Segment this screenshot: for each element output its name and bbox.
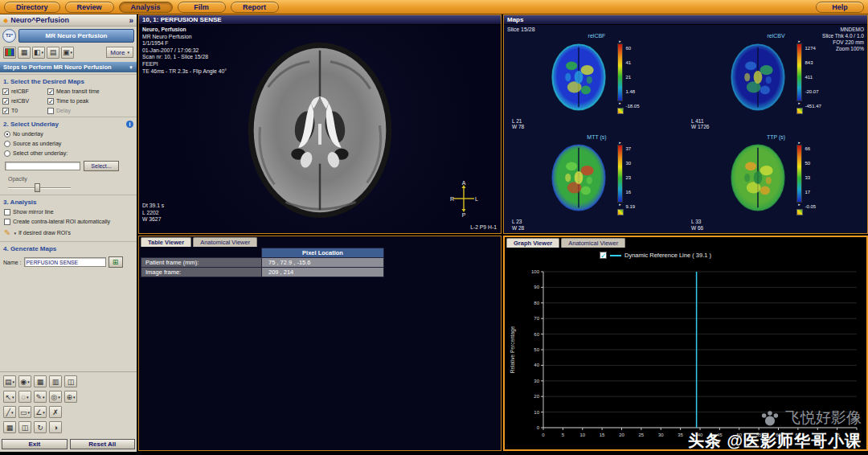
layout-picker-icon[interactable]: ◧▾ bbox=[32, 47, 45, 59]
tab-anatomical-viewer[interactable]: Anatomical Viewer bbox=[561, 238, 625, 248]
layout-grid-icon[interactable]: ▦ bbox=[3, 421, 16, 433]
time-intensity-graph[interactable]: 0 10 20 30 40 50 60 70 80 90 100 0 5 10 … bbox=[506, 264, 866, 447]
map-viewport-ttp[interactable]: TTP (s) ▸ ▸ 66503317-0.05 L 33W 66 bbox=[686, 133, 866, 234]
tab-report[interactable]: Report bbox=[231, 2, 279, 13]
save-icon[interactable]: ▤▾ bbox=[3, 375, 16, 387]
svg-text:70: 70 bbox=[815, 432, 821, 437]
tab-review[interactable]: Review bbox=[65, 2, 114, 13]
checkbox-relcbf[interactable]: ✓ relCBF bbox=[2, 88, 47, 95]
annotation-layout-icon[interactable]: ▣▾ bbox=[61, 47, 74, 59]
viewport-palette-icon[interactable]: ▦ bbox=[18, 47, 31, 59]
draw-roi-pencil-icon[interactable]: ✎ bbox=[4, 228, 10, 237]
colorbar[interactable] bbox=[796, 145, 802, 203]
dropdown-caret-icon[interactable]: ▾ bbox=[11, 410, 14, 415]
checkbox-relcbv[interactable]: ✓ relCBV bbox=[2, 97, 47, 105]
collapse-sidebar-icon[interactable]: » bbox=[129, 16, 133, 25]
checkbox-create-contra-lateral-roi-automatically[interactable]: Create contra-lateral ROI automatically bbox=[4, 218, 133, 225]
checkbox-mean-transit-time[interactable]: ✓ Mean transit time bbox=[47, 88, 134, 95]
draw-roi-icon[interactable]: ✎▾ bbox=[34, 391, 47, 403]
graph-plot-area[interactable]: ✓ Dynamic Reference Line ( 39.1 ) 0 10 2… bbox=[505, 248, 866, 449]
film-icon[interactable]: ▥ bbox=[49, 375, 62, 387]
info-icon[interactable]: i bbox=[126, 121, 133, 128]
map-viewport-cbf[interactable]: relCBF ▸ ▸ 6041211.48-18.05 L 21W 78 bbox=[507, 31, 686, 133]
tab-analysis[interactable]: Analysis bbox=[119, 2, 173, 13]
color-palette-icon[interactable] bbox=[3, 47, 16, 59]
tab-film[interactable]: Film bbox=[178, 2, 226, 13]
delete-annotation-icon[interactable]: ✗ bbox=[49, 406, 62, 418]
image-layout-icon[interactable]: ▤ bbox=[47, 47, 59, 59]
collapse-steps-icon[interactable]: ▼ bbox=[129, 65, 133, 70]
checkbox-t0[interactable]: ✓ T0 bbox=[2, 107, 47, 114]
colorbar[interactable] bbox=[617, 43, 623, 101]
svg-text:100: 100 bbox=[531, 269, 540, 274]
map-viewport-cbv[interactable]: relCBV ▸ ▸ 1274843411-20.07-451.47 L 411… bbox=[686, 31, 866, 133]
map-viewport-mtt[interactable]: MTT (s) ▸ ▸ 373023169.19 L 23W 28 bbox=[507, 133, 686, 234]
exit-button[interactable]: Exit bbox=[2, 439, 68, 449]
dropdown-caret-icon[interactable]: ▾ bbox=[43, 395, 45, 400]
colorbar-marker-bottom-icon[interactable]: ▸ bbox=[619, 101, 621, 105]
mr-neuro-perfusion-button[interactable]: MR Neuro Perfusion bbox=[18, 29, 134, 43]
dropdown-caret-icon[interactable]: ▾ bbox=[28, 410, 31, 415]
tab-anatomical-viewer[interactable]: Anatomical Viewer bbox=[193, 237, 257, 247]
radio-source-as-underlay[interactable]: Source as underlay bbox=[4, 140, 133, 147]
dropdown-caret-icon[interactable]: ▾ bbox=[13, 379, 15, 384]
checkbox-time-to-peak[interactable]: ✓ Time to peak bbox=[47, 97, 134, 105]
reference-line-checkbox[interactable]: ✓ bbox=[600, 252, 607, 259]
colorbar[interactable] bbox=[796, 43, 802, 101]
colorbar-marker-bottom-icon[interactable]: ▸ bbox=[798, 101, 800, 105]
tab-help[interactable]: Help bbox=[816, 2, 864, 13]
report-book-icon[interactable]: ◫ bbox=[64, 375, 77, 387]
reset-all-button[interactable]: Reset All bbox=[70, 439, 136, 449]
tab-table-viewer[interactable]: Table Viewer bbox=[141, 237, 191, 247]
colorbar-palette-icon[interactable] bbox=[796, 209, 803, 215]
chevron-down-icon[interactable]: ▾ bbox=[14, 231, 16, 236]
zoom-icon[interactable]: ◎▾ bbox=[49, 391, 62, 403]
slider-thumb[interactable] bbox=[35, 183, 40, 192]
radio-select-other-underlay[interactable]: Select other underlay: bbox=[4, 150, 133, 157]
map-name-input[interactable] bbox=[24, 257, 106, 267]
colorbar[interactable] bbox=[617, 145, 623, 203]
dropdown-caret-icon[interactable]: ▾ bbox=[58, 395, 60, 400]
lasso-roi-icon[interactable]: ◌▾ bbox=[18, 391, 31, 403]
maps-titlebar[interactable]: Maps bbox=[504, 15, 867, 25]
colorbar-palette-icon[interactable] bbox=[617, 108, 624, 114]
dropdown-caret-icon[interactable]: ▾ bbox=[27, 395, 29, 400]
maps-viewport[interactable]: Slice 15/28 MNDEMOSlice Thk 4.0 / 1.0FOV… bbox=[504, 25, 867, 233]
radio-no-underlay[interactable]: No underlay bbox=[4, 130, 133, 137]
colorbar-palette-icon[interactable] bbox=[617, 209, 624, 215]
pointer-icon[interactable]: ↖▾ bbox=[3, 391, 16, 403]
tab-directory[interactable]: Directory bbox=[4, 2, 60, 13]
colorbar-marker-bottom-icon[interactable]: ▸ bbox=[798, 203, 800, 207]
mri-viewport[interactable]: Neuro, PerfusionMR Neuro Perfusion1/1/19… bbox=[139, 25, 501, 233]
opacity-slider[interactable] bbox=[8, 182, 71, 193]
dropdown-caret-icon[interactable]: ▾ bbox=[43, 410, 45, 415]
perfusion-map-image bbox=[722, 141, 794, 215]
palette-icon[interactable]: ▦ bbox=[34, 375, 47, 387]
cine-loop-icon[interactable]: ↻ bbox=[34, 421, 47, 433]
underlay-path-input[interactable] bbox=[5, 162, 80, 170]
radio-dot bbox=[4, 150, 10, 157]
stack-compare-icon[interactable]: ◫ bbox=[18, 421, 31, 433]
generate-maps-button[interactable]: ⊞ bbox=[108, 256, 123, 268]
line-measure-icon[interactable]: ╱▾ bbox=[3, 406, 16, 418]
steps-header[interactable]: Steps to Perform MR Neuro Perfusion ▼ bbox=[0, 62, 137, 72]
select-underlay-button[interactable]: Select... bbox=[84, 161, 119, 171]
colorbar-palette-icon[interactable] bbox=[796, 108, 803, 114]
invert-contrast-icon[interactable]: ◑ bbox=[49, 421, 62, 433]
center-column: 10, 1: PERFUSION SENSE bbox=[138, 14, 502, 451]
dropdown-caret-icon[interactable]: ▾ bbox=[71, 50, 73, 55]
more-button[interactable]: More ▾ bbox=[106, 47, 133, 58]
snapshot-icon[interactable]: ◉▾ bbox=[18, 375, 31, 387]
checkbox-delay[interactable]: Delay bbox=[47, 107, 134, 114]
tab-graph-viewer[interactable]: Graph Viewer bbox=[506, 238, 559, 248]
dropdown-caret-icon[interactable]: ▾ bbox=[42, 50, 44, 55]
angle-measure-icon[interactable]: ∠▾ bbox=[34, 406, 47, 418]
rect-roi-icon[interactable]: ▭▾ bbox=[18, 406, 31, 418]
dropdown-caret-icon[interactable]: ▾ bbox=[12, 395, 14, 400]
viewer-titlebar[interactable]: 10, 1: PERFUSION SENSE bbox=[139, 15, 501, 25]
checkbox-show-mirror-line[interactable]: Show mirror line bbox=[4, 208, 133, 215]
dropdown-caret-icon[interactable]: ▾ bbox=[73, 395, 76, 400]
colorbar-marker-bottom-icon[interactable]: ▸ bbox=[619, 203, 621, 207]
pan-crosshair-icon[interactable]: ⊕▾ bbox=[64, 391, 77, 403]
dropdown-caret-icon[interactable]: ▾ bbox=[27, 379, 30, 384]
